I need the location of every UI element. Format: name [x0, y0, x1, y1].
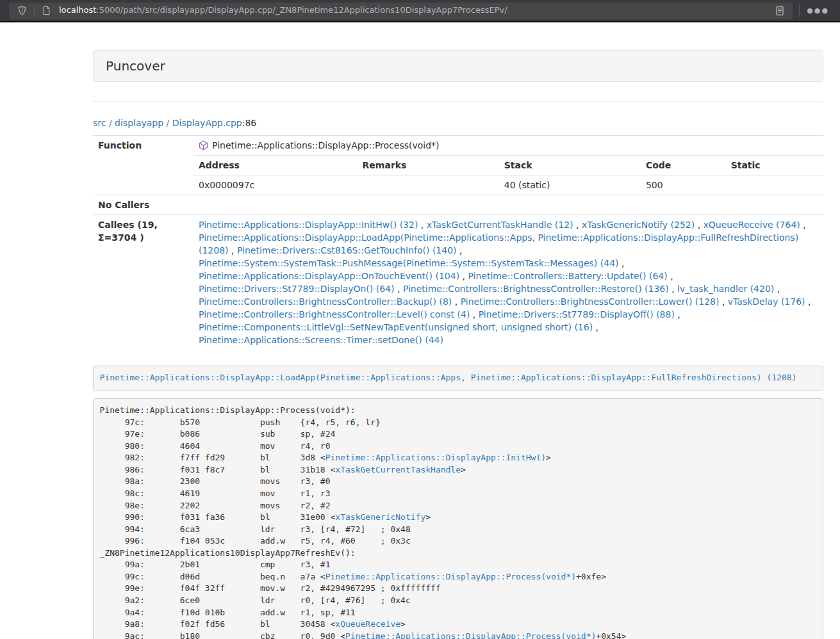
url-path: :5000/path/src/displayapp/DisplayApp.cpp… — [96, 5, 507, 15]
callee-link[interactable]: lv_task_handler (420) — [677, 284, 774, 294]
url-bar[interactable]: localhost:5000/path/src/displayapp/Displ… — [9, 3, 793, 19]
app-title: Puncover — [93, 50, 823, 82]
callee-link[interactable]: Pinetime::Controllers::BrightnessControl… — [199, 309, 470, 320]
breadcrumb-link-src[interactable]: src — [93, 118, 106, 128]
col-stack: Stack — [499, 155, 641, 175]
breadcrumb-line-number: :86 — [242, 118, 257, 128]
url-host: localhost — [59, 5, 96, 15]
function-row: Function Pinetime::Applications::Display… — [93, 135, 823, 195]
breadcrumb: src / displayapp / DisplayApp.cpp:86 — [93, 117, 823, 130]
toolbar-divider — [799, 5, 800, 17]
browser-toolbar: localhost:5000/path/src/displayapp/Displ… — [0, 0, 840, 22]
callee-link[interactable]: Pinetime::Controllers::BrightnessControl… — [403, 284, 669, 294]
callee-link[interactable]: vTaskDelay (176) — [728, 296, 805, 307]
divider — [93, 101, 823, 102]
static-value — [726, 175, 823, 195]
callee-link[interactable]: Pinetime::Controllers::BrightnessControl… — [461, 296, 720, 307]
callee-link[interactable]: Pinetime::System::SystemTask::PushMessag… — [199, 258, 619, 268]
col-static: Static — [726, 155, 823, 175]
cube-icon — [199, 140, 208, 150]
url-input[interactable]: localhost:5000/path/src/displayapp/Displ… — [59, 4, 771, 17]
urlbar-divider — [34, 5, 35, 17]
callee-link[interactable]: Pinetime::Controllers::BrightnessControl… — [199, 296, 452, 307]
breadcrumb-link-displayapp[interactable]: displayapp — [115, 118, 163, 128]
assembly-listing: Pinetime::Applications::DisplayApp::Proc… — [93, 398, 823, 639]
col-code: Code — [641, 155, 726, 175]
col-address: Address — [194, 155, 358, 175]
more-actions-icon[interactable]: ●●● — [802, 3, 834, 19]
function-stats-table: Address Remarks Stack Code Static 0x0000… — [194, 155, 823, 195]
function-detail-table: Function Pinetime::Applications::Display… — [93, 135, 823, 350]
callee-link[interactable]: Pinetime::Drivers::St7789::DisplayOn() (… — [199, 284, 394, 294]
page-container: Puncover src / displayapp / DisplayApp.c… — [93, 22, 823, 639]
callee-link[interactable]: Pinetime::Applications::Screens::Timer::… — [199, 335, 443, 345]
stats-header-row: Address Remarks Stack Code Static — [194, 155, 823, 175]
callee-link[interactable]: Pinetime::Drivers::St7789::DisplayOff() … — [479, 309, 675, 320]
no-callers-row: No Callers — [93, 195, 823, 214]
breadcrumb-separator: / — [106, 118, 115, 128]
asm-symbol-link[interactable]: xTaskGenericNotify — [335, 512, 425, 522]
shield-icon[interactable] — [13, 3, 31, 19]
callee-link[interactable]: xTaskGetCurrentTaskHandle (12) — [427, 220, 573, 230]
function-label: Function — [93, 135, 194, 195]
function-name-row: Pinetime::Applications::DisplayApp::Proc… — [194, 136, 823, 155]
load-app-snippet: Pinetime::Applications::DisplayApp::Load… — [93, 366, 823, 391]
breadcrumb-separator: / — [163, 118, 172, 128]
function-name: Pinetime::Applications::DisplayApp::Proc… — [212, 139, 440, 152]
page-info-icon[interactable] — [37, 3, 55, 19]
snippet-link[interactable]: Pinetime::Applications::DisplayApp::Load… — [100, 373, 797, 382]
callee-link[interactable]: xQueueReceive (764) — [704, 220, 800, 230]
asm-symbol-link[interactable]: Pinetime::Applications::DisplayApp::Init… — [325, 453, 546, 462]
asm-symbol-link[interactable]: xTaskGetCurrentTaskHandle — [335, 465, 461, 474]
no-callers-label: No Callers — [93, 195, 194, 214]
asm-symbol-link[interactable]: Pinetime::Applications::DisplayApp::Proc… — [345, 631, 596, 639]
callee-link[interactable]: Pinetime::Drivers::Cst816S::GetTouchInfo… — [237, 245, 457, 255]
stack-value: 40 (static) — [499, 175, 641, 195]
address-value: 0x0000097c — [194, 175, 358, 195]
breadcrumb-link-file[interactable]: DisplayApp.cpp — [172, 118, 242, 128]
callee-link[interactable]: Pinetime::Applications::DisplayApp::OnTo… — [199, 271, 459, 281]
code-value: 500 — [641, 175, 726, 195]
asm-symbol-link[interactable]: Pinetime::Applications::DisplayApp::Proc… — [325, 572, 576, 581]
remarks-value — [358, 175, 499, 195]
callee-link[interactable]: Pinetime::Components::LittleVgl::SetNewT… — [199, 322, 593, 332]
asm-symbol-link[interactable]: xQueueReceive — [335, 619, 400, 629]
stats-value-row: 0x0000097c 40 (static) 500 — [194, 175, 823, 195]
reader-mode-icon[interactable] — [771, 3, 789, 19]
callees-row: Callees (19, Σ=3704 ) Pinetime::Applicat… — [93, 214, 823, 350]
callee-link[interactable]: xTaskGenericNotify (252) — [582, 220, 695, 230]
col-remarks: Remarks — [358, 155, 499, 175]
callees-list: Pinetime::Applications::DisplayApp::Init… — [194, 214, 823, 350]
callee-link[interactable]: Pinetime::Controllers::Battery::Update()… — [468, 271, 667, 281]
callees-label: Callees (19, Σ=3704 ) — [93, 214, 194, 350]
callee-link[interactable]: Pinetime::Applications::DisplayApp::Init… — [199, 220, 418, 230]
